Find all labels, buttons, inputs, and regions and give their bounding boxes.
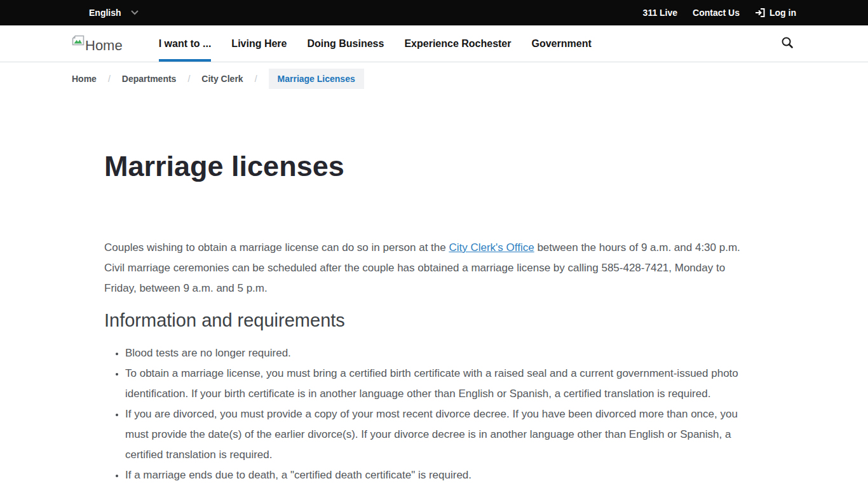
breadcrumb-separator: / <box>255 74 257 84</box>
search-button[interactable] <box>778 34 796 53</box>
primary-nav: I want to ... Living Here Doing Business… <box>159 34 592 53</box>
requirement-item: If you are divorced, you must provide a … <box>125 404 742 465</box>
requirement-item: To obtain a marriage license, you must b… <box>125 363 742 404</box>
section-heading: Information and requirements <box>104 309 763 332</box>
topbar-links: 311 Live Contact Us Log in <box>643 8 796 18</box>
nav-item-government[interactable]: Government <box>531 34 591 53</box>
search-icon <box>781 36 794 51</box>
requirement-item: If a marriage ends due to death, a "cert… <box>125 465 742 485</box>
login-link[interactable]: Log in <box>755 8 796 18</box>
breadcrumb-separator: / <box>187 74 190 84</box>
chevron-down-icon <box>131 10 139 15</box>
page-title: Marriage licenses <box>104 150 763 183</box>
top-utility-bar: English 311 Live Contact Us Log in <box>0 0 868 25</box>
breadcrumb-city-clerk[interactable]: City Clerk <box>201 74 243 84</box>
site-header: Home I want to ... Living Here Doing Bus… <box>0 25 868 62</box>
breadcrumb-departments[interactable]: Departments <box>122 74 177 84</box>
sign-in-icon <box>755 8 765 17</box>
requirement-item: Blood tests are no longer required. <box>125 343 742 363</box>
language-selector[interactable]: English <box>89 8 139 18</box>
breadcrumb: Home / Departments / City Clerk / Marria… <box>0 62 868 89</box>
breadcrumb-separator: / <box>108 74 111 84</box>
broken-image-icon <box>72 35 85 48</box>
language-label: English <box>89 8 121 18</box>
nav-item-doing-business[interactable]: Doing Business <box>308 34 384 53</box>
logo-alt-text: Home <box>85 39 123 53</box>
breadcrumb-marriage-licenses: Marriage Licenses <box>269 69 364 89</box>
requirements-list: Blood tests are no longer required. To o… <box>104 343 742 485</box>
intro-paragraph: Couples wishing to obtain a marriage lic… <box>104 238 754 299</box>
topbar-link-311-live[interactable]: 311 Live <box>643 8 678 18</box>
intro-text-before: Couples wishing to obtain a marriage lic… <box>104 241 449 254</box>
breadcrumb-home[interactable]: Home <box>72 74 97 84</box>
nav-item-living-here[interactable]: Living Here <box>231 34 287 53</box>
main-content: Marriage licenses Couples wishing to obt… <box>0 150 868 485</box>
nav-item-experience-rochester[interactable]: Experience Rochester <box>404 34 511 53</box>
topbar-link-contact-us[interactable]: Contact Us <box>693 8 740 18</box>
login-label: Log in <box>770 8 796 18</box>
nav-item-i-want-to[interactable]: I want to ... <box>159 34 212 53</box>
home-logo[interactable]: Home <box>72 35 123 53</box>
city-clerks-office-link[interactable]: City Clerk's Office <box>449 241 534 254</box>
